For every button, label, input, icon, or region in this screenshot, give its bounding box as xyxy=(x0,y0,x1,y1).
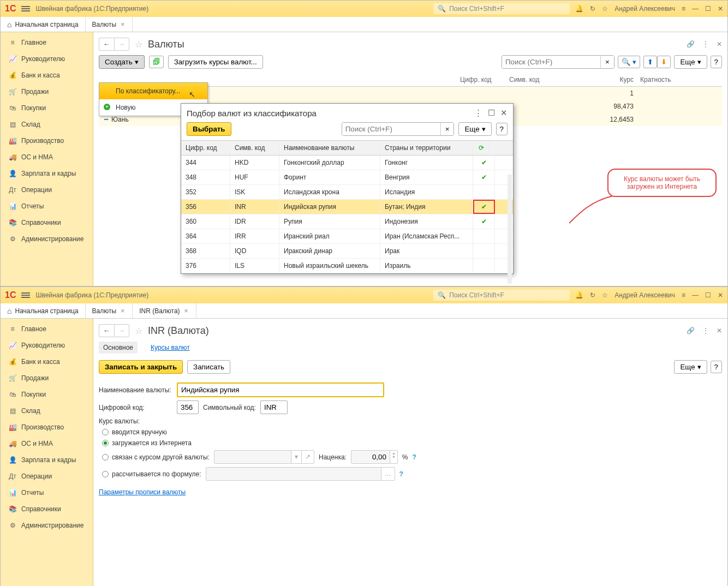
form-tab-main[interactable]: Основное xyxy=(99,342,138,354)
sidebar-item[interactable]: ≡Главное xyxy=(1,321,93,337)
search-menu-button[interactable]: 🔍 ▾ xyxy=(618,56,641,68)
star-icon[interactable]: ☆ xyxy=(602,291,608,299)
minimize-icon[interactable]: — xyxy=(692,5,699,13)
tab-close-icon[interactable]: × xyxy=(120,307,126,315)
col-sym[interactable]: Симв. код xyxy=(509,76,591,83)
spinner-icon[interactable]: ▲▼ xyxy=(390,451,397,463)
hamburger-icon[interactable] xyxy=(21,6,30,11)
arrow-down-button[interactable]: ⬇ xyxy=(657,56,671,68)
tab-close-icon[interactable]: × xyxy=(183,307,189,315)
spell-params-link[interactable]: Параметры прописи валюты xyxy=(99,488,186,496)
sidebar-item[interactable]: 🚚ОС и НМА xyxy=(1,149,93,165)
sidebar-item[interactable]: ▤Склад xyxy=(1,403,93,419)
search-input[interactable]: × xyxy=(502,55,614,69)
save-button[interactable]: Записать xyxy=(187,360,230,374)
nav-back-button[interactable]: ← xyxy=(99,324,114,337)
user-name[interactable]: Андрей Алексеевич xyxy=(614,291,675,299)
tab-inr[interactable]: INR (Валюта)× xyxy=(133,303,196,318)
sidebar-item[interactable]: 📚Справочники xyxy=(1,214,93,231)
modal-more-button[interactable]: Еще ▾ xyxy=(458,122,491,136)
maximize-icon[interactable]: ☐ xyxy=(705,5,711,13)
global-search[interactable]: 🔍 Поиск Ctrl+Shift+F xyxy=(433,3,570,14)
sidebar-item[interactable]: 🛍Покупки xyxy=(1,386,93,403)
sidebar-item[interactable]: 📈Руководителю xyxy=(1,337,93,354)
nav-back-button[interactable]: ← xyxy=(99,38,114,51)
sidebar-item[interactable]: 🚚ОС и НМА xyxy=(1,435,93,452)
tab-home[interactable]: Начальная страница xyxy=(1,17,86,32)
close-icon[interactable]: ✕ xyxy=(718,291,723,299)
modal-kebab-icon[interactable]: ⋮ xyxy=(474,108,482,118)
modal-search-input[interactable]: × xyxy=(342,122,455,136)
sidebar-item[interactable]: 💰Банк и касса xyxy=(1,67,93,83)
radio-formula[interactable]: рассчитывается по формуле: xyxy=(102,470,201,478)
copy-button[interactable]: 🗐 xyxy=(149,56,164,68)
table-row[interactable]: 364IRRИранский риалИран (Исламская Респ.… xyxy=(181,229,513,244)
radio-manual[interactable]: вводится вручную xyxy=(102,428,167,436)
favorite-star-icon[interactable]: ☆ xyxy=(135,39,142,50)
help-button[interactable]: ? xyxy=(711,361,722,373)
maximize-icon[interactable]: ☐ xyxy=(705,291,711,299)
favorite-star-icon[interactable]: ☆ xyxy=(135,326,142,336)
dropdown-icon[interactable]: ▾ xyxy=(291,451,301,463)
more-button[interactable]: Еще ▾ xyxy=(674,55,707,69)
scrollbar[interactable] xyxy=(508,175,512,284)
clear-search-icon[interactable]: × xyxy=(600,56,614,68)
radio-linked[interactable]: связан с курсом другой валюты: xyxy=(102,453,210,461)
user-name[interactable]: Андрей Алексеевич xyxy=(614,5,675,13)
sidebar-item[interactable]: ▤Склад xyxy=(1,116,93,133)
sidebar-item[interactable]: ⚙Администрирование xyxy=(1,231,93,247)
sidebar-item[interactable]: 💰Банк и касса xyxy=(1,354,93,370)
sidebar-item[interactable]: 🏭Производство xyxy=(1,419,93,435)
refresh-icon[interactable]: ⟳ xyxy=(473,141,490,155)
form-tab-rates[interactable]: Курсы валют xyxy=(146,342,194,354)
close-page-icon[interactable]: ✕ xyxy=(717,327,722,334)
sidebar-item[interactable]: 📊Отчеты xyxy=(1,198,93,214)
tab-currencies[interactable]: Валюты× xyxy=(86,17,133,32)
global-search[interactable]: 🔍 Поиск Ctrl+Shift+F xyxy=(433,290,570,301)
sym-input[interactable] xyxy=(260,400,288,414)
settings-icon[interactable]: ≡ xyxy=(682,5,685,13)
select-button[interactable]: Выбрать xyxy=(187,122,231,136)
link-icon[interactable]: 🔗 xyxy=(687,327,695,334)
create-button[interactable]: Создать ▾ xyxy=(99,55,145,69)
kebab-icon[interactable]: ⋮ xyxy=(702,40,709,48)
sidebar-item[interactable]: 📈Руководителю xyxy=(1,51,93,67)
star-icon[interactable]: ☆ xyxy=(602,5,608,13)
table-row[interactable]: 348HUFФоринтВенгрия✔ xyxy=(181,170,513,185)
modal-close-icon[interactable]: ✕ xyxy=(500,108,508,118)
sidebar-item[interactable]: 🏭Производство xyxy=(1,133,93,149)
modal-maximize-icon[interactable]: ☐ xyxy=(488,108,495,118)
history-icon[interactable]: ↻ xyxy=(590,5,595,13)
help-hint-icon[interactable]: ? xyxy=(399,470,403,478)
table-row[interactable]: 352ISKИсландская кронаИсландия xyxy=(181,185,513,200)
hamburger-icon[interactable] xyxy=(21,292,30,298)
sidebar-item[interactable]: 🛒Продажи xyxy=(1,83,93,100)
settings-icon[interactable]: ≡ xyxy=(682,291,685,299)
sidebar-item[interactable]: ДтОперации xyxy=(1,468,93,485)
open-icon[interactable]: ↗ xyxy=(301,451,314,463)
sidebar-item[interactable]: 👤Зарплата и кадры xyxy=(1,165,93,182)
history-icon[interactable]: ↻ xyxy=(590,291,595,299)
table-row[interactable]: 356INRИндийская рупияБутан; Индия✔ xyxy=(181,200,513,214)
modal-help-button[interactable]: ? xyxy=(496,123,508,135)
sidebar-item[interactable]: ≡Главное xyxy=(1,34,93,51)
ellipsis-icon[interactable]: … xyxy=(381,468,395,480)
sidebar-item[interactable]: ⚙Администрирование xyxy=(1,517,93,534)
table-row[interactable]: 344HKDГонконгский долларГонконг✔ xyxy=(181,156,513,170)
code-input[interactable] xyxy=(177,400,199,414)
bell-icon[interactable]: 🔔 xyxy=(575,291,583,299)
load-rates-button[interactable]: Загрузить курсы валют... xyxy=(168,55,263,69)
sidebar-item[interactable]: 📊Отчеты xyxy=(1,485,93,501)
help-hint-icon[interactable]: ? xyxy=(413,453,416,461)
link-icon[interactable]: 🔗 xyxy=(687,40,695,48)
formula-input[interactable] xyxy=(206,468,381,480)
nav-forward-button[interactable]: → xyxy=(114,324,129,337)
tab-home[interactable]: Начальная страница xyxy=(1,303,86,318)
tab-close-icon[interactable]: × xyxy=(120,21,126,28)
sidebar-item[interactable]: 🛒Продажи xyxy=(1,370,93,386)
tab-currencies[interactable]: Валюты× xyxy=(86,303,133,318)
help-button[interactable]: ? xyxy=(711,56,722,68)
sidebar-item[interactable]: ДтОперации xyxy=(1,182,93,198)
col-rate[interactable]: Курс xyxy=(591,76,640,83)
nav-forward-button[interactable]: → xyxy=(114,38,129,51)
